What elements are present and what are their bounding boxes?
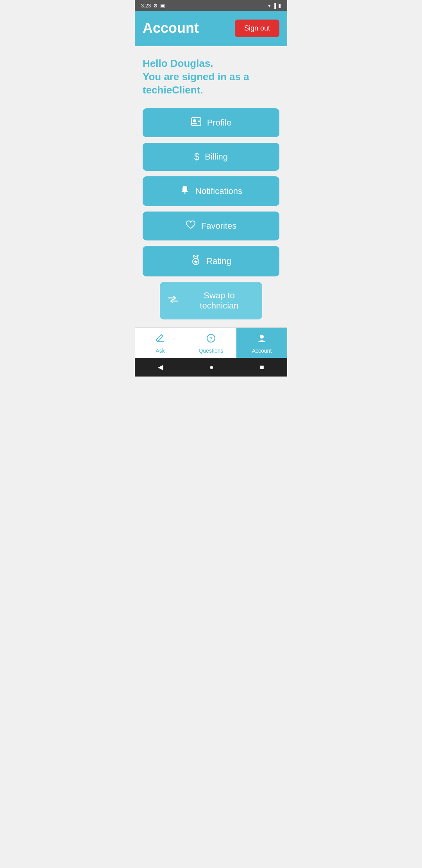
status-time: 3:23 ⚙ ▣ — [141, 3, 165, 9]
notifications-button[interactable]: Notifications — [143, 176, 279, 206]
settings-icon: ⚙ — [153, 3, 158, 9]
profile-label: Profile — [207, 118, 231, 128]
billing-label: Billing — [205, 152, 228, 162]
svg-text:?: ? — [209, 335, 213, 342]
wifi-icon: ▾ — [268, 3, 271, 9]
greeting-line1: Hello Douglas. — [143, 57, 279, 70]
greeting-section: Hello Douglas. You are signed in as a te… — [135, 46, 287, 104]
greeting-line2: You are signed in as a techieClient. — [143, 70, 279, 97]
status-bar: 3:23 ⚙ ▣ ▾ ▐ ▮ — [135, 0, 287, 11]
swap-to-technician-button[interactable]: Swap to technician — [160, 282, 263, 319]
swap-label: Swap to technician — [184, 291, 255, 311]
rating-label: Rating — [206, 256, 231, 266]
header: Account Sign out — [135, 11, 287, 46]
svg-marker-7 — [194, 260, 198, 264]
pencil-icon — [155, 333, 165, 346]
notifications-label: Notifications — [195, 186, 242, 196]
home-button[interactable]: ● — [209, 363, 214, 371]
svg-point-1 — [193, 119, 196, 122]
favorites-button[interactable]: Favorites — [143, 212, 279, 240]
nav-account[interactable]: Account — [236, 328, 287, 358]
status-indicators: ▾ ▐ ▮ — [268, 3, 281, 9]
back-button[interactable]: ◀ — [158, 363, 163, 371]
svg-rect-5 — [184, 192, 186, 194]
page-title: Account — [143, 20, 199, 36]
menu-buttons-area: Profile $ Billing Notifications Favorite… — [135, 104, 287, 327]
signal-icon: ▐ — [273, 3, 276, 9]
rating-button[interactable]: Rating — [143, 246, 279, 276]
nav-questions[interactable]: ? Questions — [186, 328, 236, 358]
favorites-label: Favorites — [201, 221, 236, 231]
sim-icon: ▣ — [160, 3, 165, 9]
profile-button[interactable]: Profile — [143, 108, 279, 137]
bottom-navigation: Ask ? Questions Account — [135, 327, 287, 358]
billing-icon: $ — [194, 151, 199, 162]
battery-icon: ▮ — [278, 3, 281, 9]
billing-button[interactable]: $ Billing — [143, 143, 279, 171]
question-icon: ? — [206, 333, 216, 346]
bell-icon — [180, 185, 190, 197]
sign-out-button[interactable]: Sign out — [235, 20, 279, 37]
svg-rect-4 — [198, 121, 200, 122]
svg-rect-3 — [198, 120, 200, 120]
svg-point-11 — [260, 335, 264, 339]
medal-icon — [191, 255, 201, 268]
recents-button[interactable]: ■ — [260, 363, 264, 371]
ask-label: Ask — [156, 348, 165, 354]
nav-ask[interactable]: Ask — [135, 328, 186, 358]
heart-icon — [186, 220, 196, 232]
swap-icon — [168, 296, 179, 306]
account-icon — [257, 333, 267, 346]
profile-icon — [191, 117, 202, 129]
svg-rect-2 — [192, 123, 197, 124]
system-navigation: ◀ ● ■ — [135, 358, 287, 377]
questions-label: Questions — [198, 348, 223, 354]
account-label: Account — [252, 348, 272, 354]
